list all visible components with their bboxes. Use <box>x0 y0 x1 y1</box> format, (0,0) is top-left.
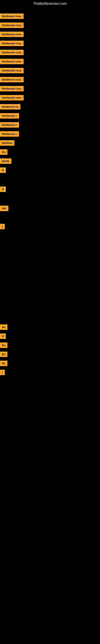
bottleneck-badge[interactable]: | <box>0 370 5 375</box>
bottleneck-badge[interactable]: Bot <box>0 206 8 211</box>
list-item: Bo <box>0 324 7 330</box>
list-item: Bottleneck r <box>0 122 19 128</box>
bottleneck-badge[interactable]: Bottle <box>0 158 11 164</box>
bottleneck-badge[interactable]: Bottlene <box>0 140 14 146</box>
list-item: B <box>0 334 6 339</box>
bottleneck-badge[interactable]: Bottleneck resu <box>0 59 24 64</box>
list-item: Bottleneck r <box>0 113 19 118</box>
bottleneck-badge[interactable]: Bottleneck r <box>0 131 19 137</box>
bottleneck-badge[interactable]: Bottleneck resu <box>0 32 24 37</box>
list-item: Bottleneck resu <box>0 22 24 28</box>
bottleneck-badge[interactable]: Bo <box>0 324 7 330</box>
list-item: | <box>0 370 5 375</box>
list-item: Bo <box>0 361 7 366</box>
list-item: Bottleneck resu <box>0 95 24 100</box>
list-item: Bottleneck re <box>0 104 20 110</box>
list-item: Bottleneck resu <box>0 32 24 37</box>
list-item: Bottle <box>0 158 11 164</box>
list-item: Bottleneck r <box>0 131 19 137</box>
list-item: Bottleneck resu <box>0 50 24 55</box>
bottleneck-badge[interactable]: Bo <box>0 342 7 348</box>
bottleneck-badge[interactable]: B <box>0 334 6 339</box>
bottleneck-badge[interactable]: Bottleneck r <box>0 113 19 118</box>
bottleneck-badge[interactable]: Bottleneck r <box>0 122 19 128</box>
list-item: Bottleneck resu <box>0 68 24 73</box>
bottleneck-badge[interactable]: | <box>0 224 5 229</box>
bottleneck-badge[interactable]: Bottleneck resu <box>0 77 24 82</box>
items-container: Bottleneck resuBottleneck resuBottleneck… <box>0 8 100 644</box>
bottleneck-badge[interactable]: Bo <box>0 149 7 155</box>
bottleneck-badge[interactable]: Bottleneck resu <box>0 68 24 73</box>
bottleneck-badge[interactable]: Bottleneck resu <box>0 50 24 55</box>
list-item: Bo <box>0 352 7 357</box>
bottleneck-badge[interactable]: Bottleneck resu <box>0 22 24 28</box>
site-title: TheBottlenecker.com <box>0 0 100 8</box>
bottleneck-badge[interactable]: Bottleneck re <box>0 104 20 110</box>
list-item: Bottleneck resu <box>0 86 24 91</box>
bottleneck-badge[interactable]: B <box>0 186 6 192</box>
bottleneck-badge[interactable]: Bottleneck resu <box>0 14 24 19</box>
list-item: Bottleneck resu <box>0 77 24 82</box>
list-item: B <box>0 186 6 192</box>
list-item: Bottleneck resu <box>0 41 24 46</box>
list-item: Bo <box>0 342 7 348</box>
list-item: B <box>0 168 6 173</box>
list-item: Bottleneck resu <box>0 14 24 19</box>
bottleneck-badge[interactable]: Bottleneck resu <box>0 95 24 100</box>
bottleneck-badge[interactable]: B <box>0 168 6 173</box>
bottleneck-badge[interactable]: Bo <box>0 361 7 366</box>
list-item: Bottlene <box>0 140 14 146</box>
bottleneck-badge[interactable]: Bo <box>0 352 7 357</box>
bottleneck-badge[interactable]: Bottleneck resu <box>0 86 24 91</box>
list-item: Bo <box>0 149 7 155</box>
bottleneck-badge[interactable]: Bottleneck resu <box>0 41 24 46</box>
list-item: Bottleneck resu <box>0 59 24 64</box>
list-item: Bot <box>0 206 8 211</box>
list-item: | <box>0 224 5 229</box>
